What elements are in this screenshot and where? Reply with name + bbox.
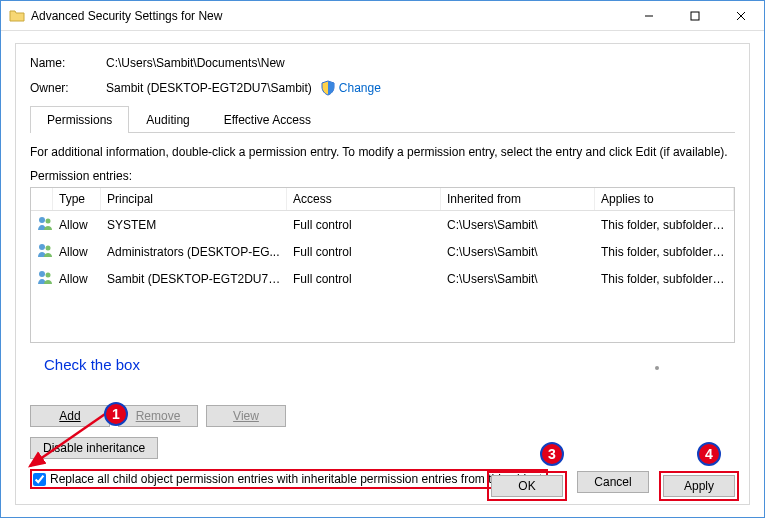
user-icon <box>37 269 53 285</box>
svg-point-5 <box>46 219 51 224</box>
tabs: Permissions Auditing Effective Access <box>30 106 735 133</box>
table-header: Type Principal Access Inherited from App… <box>31 188 734 211</box>
replace-label[interactable]: Replace all child object permission entr… <box>50 472 542 486</box>
minimize-button[interactable] <box>626 1 672 30</box>
col-access[interactable]: Access <box>287 188 441 210</box>
dot-indicator <box>655 366 659 370</box>
close-button[interactable] <box>718 1 764 30</box>
name-value: C:\Users\Sambit\Documents\New <box>106 56 285 70</box>
col-type[interactable]: Type <box>53 188 101 210</box>
svg-point-4 <box>39 217 45 223</box>
table-row[interactable]: AllowAdministrators (DESKTOP-EG...Full c… <box>31 238 734 265</box>
window-controls <box>626 1 764 30</box>
table-row[interactable]: AllowSambit (DESKTOP-EGT2DU7\S...Full co… <box>31 265 734 292</box>
remove-button[interactable]: Remove <box>118 405 198 427</box>
svg-rect-1 <box>691 12 699 20</box>
cancel-button[interactable]: Cancel <box>577 471 649 493</box>
col-inherited[interactable]: Inherited from <box>441 188 595 210</box>
entry-buttons: Add Remove View <box>30 405 735 427</box>
name-row: Name: C:\Users\Sambit\Documents\New <box>30 56 735 70</box>
svg-point-8 <box>39 271 45 277</box>
shield-icon <box>320 80 336 96</box>
col-applies[interactable]: Applies to <box>595 188 734 210</box>
annotation-marker-4: 4 <box>697 442 721 466</box>
col-principal[interactable]: Principal <box>101 188 287 210</box>
annotation-marker-1: 1 <box>104 402 128 426</box>
ok-button[interactable]: OK <box>491 475 563 497</box>
tab-effective-access[interactable]: Effective Access <box>207 106 328 133</box>
window-title: Advanced Security Settings for New <box>31 9 626 23</box>
user-icon <box>37 215 53 231</box>
table-row[interactable]: AllowSYSTEMFull controlC:\Users\Sambit\T… <box>31 211 734 238</box>
apply-button[interactable]: Apply <box>663 475 735 497</box>
titlebar: Advanced Security Settings for New <box>1 1 764 31</box>
tab-permissions[interactable]: Permissions <box>30 106 129 133</box>
folder-icon <box>9 8 25 24</box>
replace-checkbox[interactable] <box>33 473 46 486</box>
owner-label: Owner: <box>30 81 106 95</box>
svg-point-7 <box>46 246 51 251</box>
owner-row: Owner: Sambit (DESKTOP-EGT2DU7\Sambit) C… <box>30 80 735 96</box>
dialog-buttons: OK Cancel Apply <box>487 471 739 501</box>
maximize-button[interactable] <box>672 1 718 30</box>
table-body: AllowSYSTEMFull controlC:\Users\Sambit\T… <box>31 211 734 292</box>
user-icon <box>37 242 53 258</box>
svg-point-9 <box>46 273 51 278</box>
advanced-security-window: Advanced Security Settings for New Name:… <box>0 0 765 518</box>
info-text: For additional information, double-click… <box>30 145 735 159</box>
name-label: Name: <box>30 56 106 70</box>
entries-label: Permission entries: <box>30 169 735 183</box>
change-owner-link[interactable]: Change <box>339 81 381 95</box>
add-button[interactable]: Add <box>30 405 110 427</box>
disable-inheritance-button[interactable]: Disable inheritance <box>30 437 158 459</box>
col-icon[interactable] <box>31 188 53 210</box>
svg-point-6 <box>39 244 45 250</box>
permission-table: Type Principal Access Inherited from App… <box>30 187 735 343</box>
annotation-marker-3: 3 <box>540 442 564 466</box>
tab-auditing[interactable]: Auditing <box>129 106 206 133</box>
annotation-hint: Check the box <box>44 356 140 373</box>
view-button[interactable]: View <box>206 405 286 427</box>
owner-value: Sambit (DESKTOP-EGT2DU7\Sambit) <box>106 81 312 95</box>
